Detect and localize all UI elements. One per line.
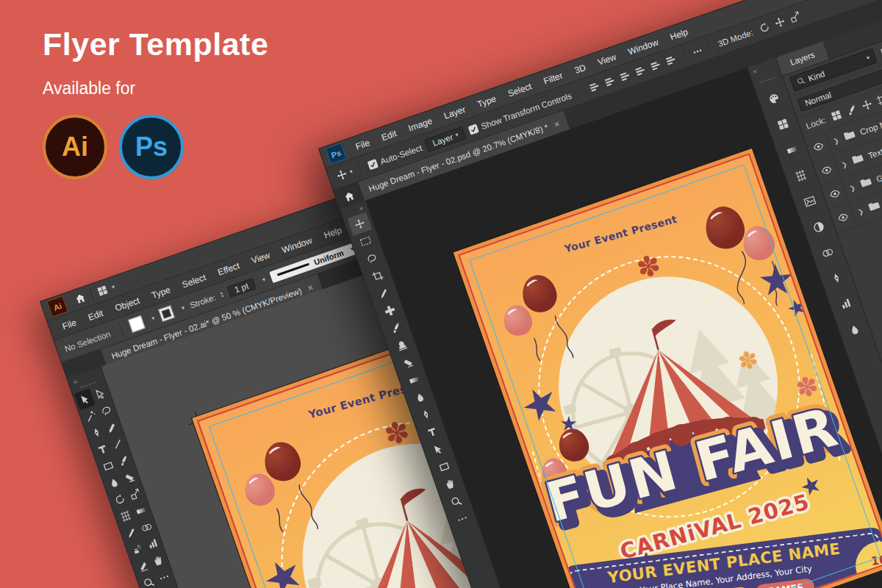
blend-icon[interactable] <box>815 240 840 264</box>
expand-caret-icon[interactable]: ❯ <box>840 159 847 168</box>
arrange-documents-buttons <box>93 282 111 300</box>
search-icon <box>796 76 806 86</box>
promo-stage: Flyer Template Available for Ai Ps Ai ▾ … <box>0 0 882 588</box>
scale-icon[interactable] <box>786 8 804 26</box>
align-icon[interactable] <box>662 51 680 69</box>
expand-caret-icon[interactable]: ❯ <box>849 183 856 192</box>
stroke-profile-preview <box>277 263 309 276</box>
lock-label: Lock: <box>805 115 827 130</box>
imgbox-icon[interactable] <box>797 189 822 212</box>
pen-icon[interactable] <box>824 266 849 290</box>
photoshop-badge: Ps <box>119 115 184 179</box>
fill-swatch[interactable] <box>128 315 146 333</box>
adjust-icon[interactable] <box>806 215 831 238</box>
expand-caret-icon[interactable]: ❯ <box>857 207 864 216</box>
drop-icon[interactable] <box>842 318 867 341</box>
chevron-down-icon[interactable]: ▾ <box>262 276 267 284</box>
illustrator-logo: Ai <box>46 295 68 317</box>
layer-name: Text <box>867 146 882 159</box>
app-badges: Ai Ps <box>43 115 268 179</box>
folder-icon <box>841 127 857 145</box>
chevron-down-icon[interactable]: ▾ <box>181 304 186 312</box>
expand-caret-icon[interactable]: ❯ <box>832 136 839 145</box>
stroke-stepper[interactable]: ▴▾ <box>220 290 224 298</box>
swatches-icon[interactable] <box>770 112 795 135</box>
chevron-down-icon[interactable]: ▾ <box>111 284 116 291</box>
mesh-icon[interactable] <box>789 163 814 187</box>
stroke-profile-label: Uniform <box>312 248 345 266</box>
chart-icon[interactable] <box>833 292 858 315</box>
chevron-down-icon: ▾ <box>866 54 871 62</box>
menu-item-3d[interactable]: 3D <box>567 60 593 77</box>
photoshop-logo: Ps <box>325 143 346 164</box>
palette-icon[interactable] <box>761 87 786 110</box>
close-icon[interactable]: × <box>552 118 561 130</box>
folder-icon <box>858 174 874 192</box>
stroke-label: Stroke: <box>188 293 216 309</box>
stroke-swatch[interactable] <box>158 304 176 322</box>
imgbox-icon[interactable] <box>877 42 882 60</box>
stroke-width-value[interactable]: 1 pt <box>226 278 256 298</box>
header: Flyer Template Available for Ai Ps <box>43 26 268 179</box>
page-subtitle: Available for <box>43 79 268 98</box>
mode-label: 3D Mode: <box>717 28 754 49</box>
move-tool-preset[interactable]: ▾ <box>335 166 355 182</box>
swatches-icon[interactable] <box>93 282 111 300</box>
home-icon[interactable] <box>69 290 90 307</box>
grad-icon[interactable] <box>780 137 805 161</box>
illustrator-badge: Ai <box>43 115 107 179</box>
page-title: Flyer Template <box>43 26 268 62</box>
folder-icon <box>866 198 882 215</box>
more-options-icon[interactable]: ••• <box>692 46 703 57</box>
menu-item-file[interactable]: File <box>54 315 84 334</box>
menu-item-file[interactable]: File <box>348 135 377 154</box>
layer-name: Graphic <box>875 165 882 184</box>
folder-icon <box>850 151 866 168</box>
chevron-down-icon[interactable]: ▾ <box>151 315 156 322</box>
